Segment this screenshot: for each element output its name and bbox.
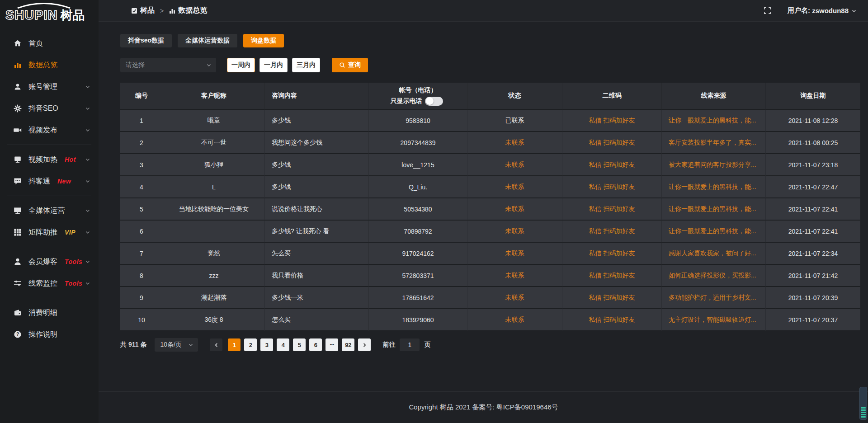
- cell-content: 我只看价格: [265, 265, 369, 287]
- sidebar-divider: [7, 298, 91, 298]
- cell-qrcode[interactable]: 私信 扫码加好友: [562, 243, 662, 265]
- cell-date: 2021-11-08 00:25: [766, 132, 860, 154]
- cell-qrcode[interactable]: 私信 扫码加好友: [562, 110, 662, 132]
- page-button-2[interactable]: 2: [244, 338, 257, 351]
- cell-qrcode[interactable]: 私信 扫码加好友: [562, 154, 662, 176]
- sidebar-item-label: 抖音SEO: [28, 104, 58, 113]
- cell-content: 多少钱: [265, 110, 369, 132]
- period-button-1[interactable]: 一月内: [259, 58, 288, 72]
- search-button[interactable]: 查询: [332, 58, 368, 72]
- goto-page-input[interactable]: [400, 338, 420, 351]
- app-square-icon: [131, 8, 137, 14]
- sidebar-item-1[interactable]: 数据总览: [0, 54, 99, 76]
- page-button-6[interactable]: 6: [309, 338, 322, 351]
- cell-nickname: 觉然: [163, 243, 265, 265]
- page-buttons: 123456•••92: [228, 338, 354, 351]
- app-logo[interactable]: SHUPIN树品: [0, 0, 99, 29]
- tab-1[interactable]: 全媒体运营数据: [178, 34, 237, 47]
- cell-source[interactable]: 让你一眼就爱上的黑科技，能...: [662, 221, 766, 243]
- period-button-2[interactable]: 三月内: [292, 58, 320, 72]
- sidebar-item-label: 数据总览: [28, 61, 57, 70]
- cell-source[interactable]: 无主灯设计，智能磁吸轨道灯...: [662, 309, 766, 331]
- cell-index: 2: [120, 132, 163, 154]
- cell-date: 2021-11-07 22:34: [766, 243, 860, 265]
- sidebar-item-6[interactable]: 抖客通New: [0, 170, 99, 192]
- page-ellipsis-button[interactable]: •••: [326, 338, 338, 351]
- table-row: 3狐小狸多少钱love__1215未联系私信 扫码加好友被大家追着问的客厅投影分…: [120, 154, 860, 176]
- cell-qrcode[interactable]: 私信 扫码加好友: [562, 132, 662, 154]
- cell-source[interactable]: 被大家追着问的客厅投影分享...: [662, 154, 766, 176]
- cell-source[interactable]: 感谢大家喜欢我家，被问了好...: [662, 243, 766, 265]
- cell-account: 183929060: [369, 309, 467, 331]
- topbar: 树品 > 数据总览 用户名: zswodun88: [99, 0, 868, 22]
- cell-qrcode[interactable]: 私信 扫码加好友: [562, 265, 662, 287]
- sidebar-item-badge: Tools: [65, 280, 82, 287]
- sidebar-item-5[interactable]: 视频加热Hot: [0, 149, 99, 170]
- per-page-select[interactable]: 10条/页: [155, 338, 198, 352]
- sidebar-item-3[interactable]: 抖音SEO: [0, 98, 99, 119]
- page-button-5[interactable]: 5: [293, 338, 306, 351]
- floating-widget[interactable]: [859, 387, 867, 420]
- cell-qrcode[interactable]: 私信 扫码加好友: [562, 198, 662, 221]
- user-menu[interactable]: 用户名: zswodun88: [788, 6, 857, 15]
- tab-2[interactable]: 询盘数据: [243, 34, 284, 47]
- cell-source[interactable]: 让你一眼就爱上的黑科技，能...: [662, 110, 766, 132]
- breadcrumb-item-app[interactable]: 树品: [131, 6, 155, 15]
- cell-nickname: zzz: [163, 265, 265, 287]
- prev-page-button[interactable]: [210, 338, 222, 351]
- pagination: 共 911 条 10条/页 123456•••92 前往 页: [120, 338, 860, 352]
- sidebar-item-10[interactable]: 线索监控Tools: [0, 273, 99, 294]
- page-button-4[interactable]: 4: [277, 338, 289, 351]
- cell-source[interactable]: 让你一眼就爱上的黑科技，能...: [662, 198, 766, 221]
- cell-qrcode[interactable]: 私信 扫码加好友: [562, 309, 662, 331]
- sidebar-item-label: 首页: [28, 39, 43, 48]
- member-icon: [14, 258, 22, 266]
- svg-text:?: ?: [16, 332, 19, 337]
- filter-select[interactable]: 请选择: [120, 58, 216, 72]
- cell-source[interactable]: 客厅安装投影半年多了，真实...: [662, 132, 766, 154]
- page-button-3[interactable]: 3: [260, 338, 273, 351]
- page-button-92[interactable]: 92: [342, 338, 354, 351]
- cell-status: 未联系: [467, 243, 562, 265]
- cell-index: 3: [120, 154, 163, 176]
- phone-only-toggle[interactable]: [425, 97, 443, 106]
- search-icon: [339, 62, 345, 68]
- fullscreen-icon[interactable]: [764, 7, 771, 14]
- cell-status: 未联系: [467, 287, 562, 309]
- cell-source[interactable]: 让你一眼就爱上的黑科技，能...: [662, 176, 766, 198]
- cell-qrcode[interactable]: 私信 扫码加好友: [562, 176, 662, 198]
- page-button-1[interactable]: 1: [228, 338, 241, 351]
- col-header-qrcode: 二维码: [562, 83, 662, 110]
- sidebar-item-9[interactable]: 会员爆客Tools: [0, 251, 99, 273]
- sidebar-item-7[interactable]: 全媒体运营: [0, 200, 99, 221]
- cell-source[interactable]: 如何正确选择投影仪，买投影...: [662, 265, 766, 287]
- sidebar-item-8[interactable]: 矩阵助推VIP: [0, 221, 99, 243]
- username: zswodun88: [812, 7, 849, 14]
- breadcrumb-label: 树品: [140, 6, 155, 15]
- cell-source[interactable]: 多功能护栏灯，适用于乡村文...: [662, 287, 766, 309]
- cell-date: 2021-11-07 22:41: [766, 221, 860, 243]
- home-icon: [14, 39, 22, 47]
- period-button-0[interactable]: 一周内: [227, 58, 255, 72]
- sidebar-item-2[interactable]: 账号管理: [0, 76, 99, 98]
- cell-qrcode[interactable]: 私信 扫码加好友: [562, 287, 662, 309]
- cell-index: 1: [120, 110, 163, 132]
- sidebar-item-4[interactable]: 视频发布: [0, 119, 99, 141]
- cell-content: 多少钱: [265, 176, 369, 198]
- cell-account: 2097344839: [369, 132, 467, 154]
- goto-label: 前往: [382, 341, 395, 349]
- app-root: SHUPIN树品 首页数据总览账号管理抖音SEO视频发布视频加热Hot抖客通Ne…: [0, 0, 868, 423]
- sidebar-item-0[interactable]: 首页: [0, 33, 99, 54]
- cell-qrcode[interactable]: 私信 扫码加好友: [562, 221, 662, 243]
- cell-date: 2021-11-07 23:18: [766, 154, 860, 176]
- next-page-button[interactable]: [358, 338, 371, 351]
- table-row: 1036度 8怎么买183929060未联系私信 扫码加好友无主灯设计，智能磁吸…: [120, 309, 860, 331]
- chevron-down-icon: [85, 230, 90, 235]
- tab-0[interactable]: 抖音seo数据: [120, 34, 172, 47]
- monitor-icon: [14, 207, 22, 215]
- sidebar-item-11[interactable]: 消费明细: [0, 302, 99, 324]
- sidebar-item-12[interactable]: ?操作说明: [0, 324, 99, 345]
- cell-content: 说说价格让我死心: [265, 198, 369, 221]
- cell-nickname: [163, 221, 265, 243]
- breadcrumb-item-page[interactable]: 数据总览: [169, 6, 207, 15]
